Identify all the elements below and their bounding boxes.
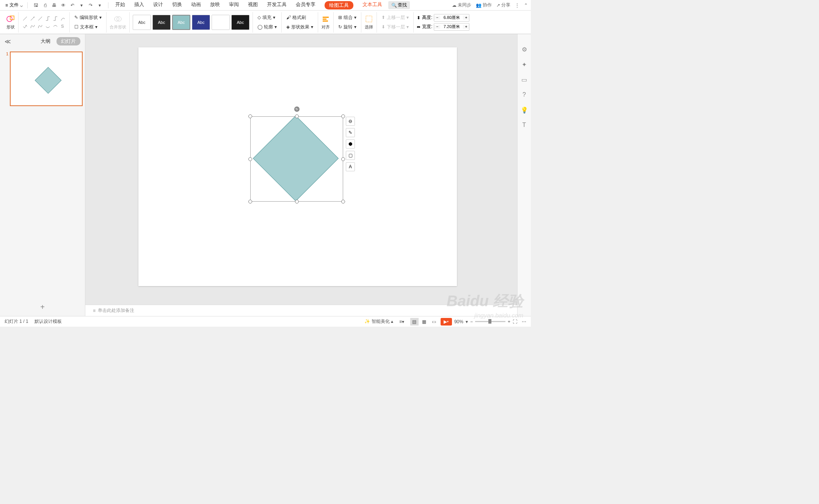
sync-status[interactable]: ☁ 未同步: [452, 2, 471, 8]
print-preview-icon[interactable]: ⎙: [42, 2, 48, 8]
outline-button[interactable]: ◯轮廓▾: [256, 23, 278, 31]
presentation-panel-icon[interactable]: ▭: [521, 76, 528, 83]
play-button[interactable]: ▶▾: [441, 318, 452, 326]
sparkle-panel-icon[interactable]: ✦: [521, 61, 528, 68]
shape-dropdown[interactable]: 形状: [6, 14, 15, 30]
style-gallery[interactable]: Abc Abc Abc Abc Abc: [133, 15, 249, 30]
text-box-button[interactable]: ☐ 文本框 ▾: [73, 23, 99, 31]
width-decrease[interactable]: −: [434, 25, 440, 29]
collapse-sidebar-icon[interactable]: ≪: [5, 38, 11, 45]
print-icon[interactable]: 🖶: [51, 2, 57, 8]
move-up-button[interactable]: ⬆上移一层▾: [380, 14, 410, 22]
customize-dropdown-icon[interactable]: ▾: [97, 2, 103, 8]
resize-handle-tl[interactable]: [248, 114, 252, 118]
slide-thumbnail-1[interactable]: [10, 52, 83, 106]
selected-diamond-shape[interactable]: ↻: [250, 116, 343, 202]
slides-tab[interactable]: 幻灯片: [56, 37, 80, 45]
undo-icon[interactable]: ↶: [69, 2, 75, 8]
notes-toggle-icon[interactable]: ≡▾: [399, 319, 404, 324]
height-input[interactable]: − +: [434, 14, 469, 22]
resize-handle-ml[interactable]: [248, 157, 252, 161]
resize-handle-bm[interactable]: [295, 200, 299, 203]
float-text-icon[interactable]: A: [346, 162, 355, 171]
add-slide-button[interactable]: +: [0, 298, 85, 316]
style-black[interactable]: Abc: [152, 15, 171, 30]
float-eyedropper-icon[interactable]: ✎: [346, 128, 355, 137]
fill-button[interactable]: ◇填充▾: [256, 14, 278, 22]
float-outline-icon[interactable]: ▢: [346, 151, 355, 160]
slide-canvas[interactable]: ↻ ⊖ ✎ ⬢ ▢ A: [138, 47, 457, 286]
merge-shape-button[interactable]: 合并形状: [110, 14, 126, 30]
preview-icon[interactable]: 👁: [60, 2, 66, 8]
move-down-button[interactable]: ⬇下移一层▾: [380, 23, 410, 31]
width-input[interactable]: − +: [434, 23, 469, 31]
collapse-ribbon-icon[interactable]: ⌃: [524, 3, 528, 8]
align-button[interactable]: 对齐: [321, 14, 330, 30]
zoom-dropdown-icon[interactable]: ▾: [466, 319, 468, 324]
line-gallery[interactable]: S: [22, 15, 66, 30]
style-outline[interactable]: [212, 15, 230, 30]
normal-view-icon[interactable]: ▤: [410, 318, 419, 326]
resize-handle-bl[interactable]: [248, 200, 252, 203]
redo-icon[interactable]: ↷: [88, 2, 94, 8]
more-icon[interactable]: ⋮: [515, 3, 519, 8]
collab-button[interactable]: 👥 协作: [476, 2, 492, 8]
save-icon[interactable]: 🖫: [33, 2, 39, 8]
resize-handle-tm[interactable]: [295, 114, 299, 118]
tab-text-tool[interactable]: 文本工具: [362, 1, 382, 9]
style-white[interactable]: Abc: [133, 15, 151, 30]
zoom-slider[interactable]: [475, 321, 505, 322]
file-menu[interactable]: ≡ 文件 ⌵: [3, 1, 25, 9]
resize-handle-tr[interactable]: [341, 114, 345, 118]
width-field[interactable]: [440, 25, 463, 29]
tab-design[interactable]: 设计: [153, 1, 163, 9]
resize-handle-mr[interactable]: [341, 157, 345, 161]
help-panel-icon[interactable]: ?: [521, 91, 528, 99]
undo-dropdown-icon[interactable]: ▾: [78, 2, 85, 8]
group-button[interactable]: ⊞组合▾: [337, 14, 358, 22]
zoom-out-icon[interactable]: −: [470, 319, 473, 324]
settings-panel-icon[interactable]: ⚙: [521, 45, 528, 53]
style-dark[interactable]: Abc: [231, 15, 249, 30]
style-blue[interactable]: Abc: [192, 15, 210, 30]
sorter-view-icon[interactable]: ▦: [420, 318, 428, 326]
height-decrease[interactable]: −: [434, 16, 440, 20]
text-panel-icon[interactable]: T: [521, 121, 528, 129]
tab-animation[interactable]: 动画: [191, 1, 201, 9]
tab-transition[interactable]: 切换: [172, 1, 182, 9]
select-button[interactable]: 选择: [364, 14, 373, 30]
notes-input[interactable]: ≡ 单击此处添加备注: [85, 305, 517, 316]
share-button[interactable]: ↗ 分享: [496, 2, 510, 8]
width-increase[interactable]: +: [463, 25, 469, 29]
outline-tab[interactable]: 大纲: [38, 37, 53, 45]
height-field[interactable]: [440, 16, 463, 20]
zoom-value[interactable]: 90%: [454, 319, 463, 324]
reading-view-icon[interactable]: ▭: [430, 318, 438, 326]
tab-insert[interactable]: 插入: [134, 1, 144, 9]
shape-effect-button[interactable]: ◈形状效果▾: [285, 23, 315, 31]
zoom-thumb[interactable]: [488, 319, 491, 324]
tab-member[interactable]: 会员专享: [296, 1, 315, 9]
zoom-in-icon[interactable]: +: [508, 319, 510, 324]
rotate-button[interactable]: ↻旋转▾: [337, 23, 358, 31]
edit-shape-button[interactable]: ✎ 编辑形状 ▾: [73, 14, 103, 22]
tab-home[interactable]: 开始: [115, 1, 125, 9]
diamond-shape[interactable]: [253, 119, 339, 197]
height-increase[interactable]: +: [463, 16, 469, 20]
style-teal-selected[interactable]: Abc: [172, 15, 190, 30]
float-fill-icon[interactable]: ⬢: [346, 139, 355, 149]
beautify-button[interactable]: ✨ 智能美化 ▴: [364, 318, 393, 325]
idea-panel-icon[interactable]: 💡: [521, 106, 528, 114]
tab-developer[interactable]: 开发工具: [267, 1, 287, 9]
resize-handle-br[interactable]: [341, 200, 345, 203]
search-button[interactable]: 🔍 查找: [388, 1, 410, 9]
more-status-icon[interactable]: ⋯: [522, 319, 526, 324]
tab-draw-tool[interactable]: 绘图工具: [325, 1, 353, 9]
fit-screen-icon[interactable]: ⛶: [513, 319, 517, 324]
format-brush-button[interactable]: 🖌格式刷: [285, 14, 315, 22]
float-collapse-icon[interactable]: ⊖: [346, 117, 355, 126]
tab-review[interactable]: 审阅: [229, 1, 239, 9]
rotate-handle[interactable]: ↻: [294, 106, 300, 112]
tab-view[interactable]: 视图: [248, 1, 258, 9]
tab-slideshow[interactable]: 放映: [210, 1, 220, 9]
